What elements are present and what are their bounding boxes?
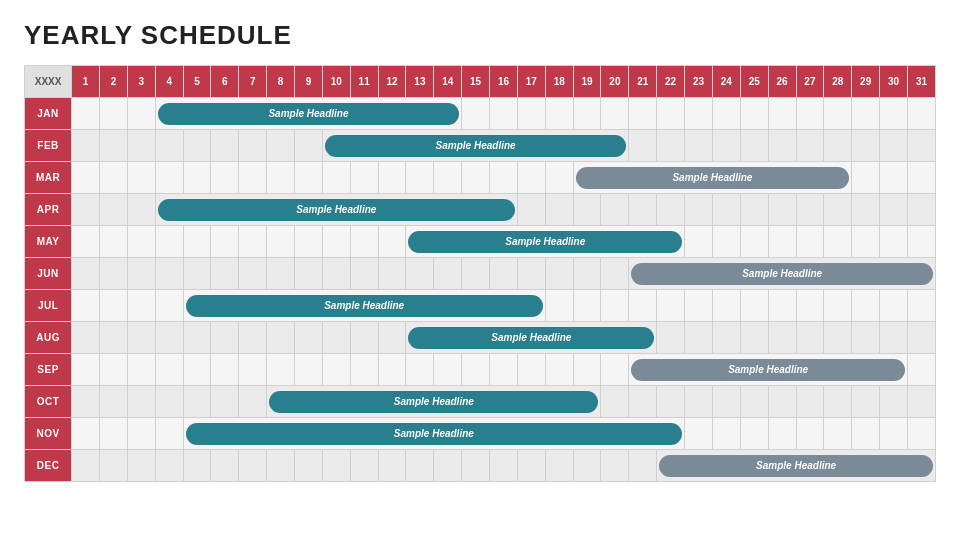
day-cell-feb-1 — [72, 130, 100, 162]
day-cell-apr-18 — [545, 194, 573, 226]
bar-label-jun: Sample Headline — [631, 263, 933, 285]
day-cell-nov-25 — [740, 418, 768, 450]
day-cell-feb-22 — [657, 130, 685, 162]
day-cell-nov-3 — [127, 418, 155, 450]
day-cell-feb-28 — [824, 130, 852, 162]
day-3: 3 — [127, 66, 155, 98]
day-cell-jun-4 — [155, 258, 183, 290]
month-label-nov: NOV — [25, 418, 72, 450]
day-cell-feb-2 — [100, 130, 128, 162]
day-cell-dec-4 — [155, 450, 183, 482]
day-cell-oct-31 — [907, 386, 935, 418]
day-cell-feb-6 — [211, 130, 239, 162]
day-cell-jul-18 — [545, 290, 573, 322]
row-jul: JULSample Headline — [25, 290, 936, 322]
bar-oct: Sample Headline — [267, 386, 601, 418]
day-cell-nov-26 — [768, 418, 796, 450]
day-cell-mar-16 — [490, 162, 518, 194]
day-cell-nov-1 — [72, 418, 100, 450]
row-sep: SEPSample Headline — [25, 354, 936, 386]
bar-jun: Sample Headline — [629, 258, 936, 290]
day-cell-aug-5 — [183, 322, 211, 354]
day-cell-aug-12 — [378, 322, 406, 354]
day-cell-jan-30 — [880, 98, 908, 130]
day-cell-sep-13 — [406, 354, 434, 386]
day-cell-feb-23 — [685, 130, 713, 162]
day-cell-oct-25 — [740, 386, 768, 418]
day-cell-aug-29 — [852, 322, 880, 354]
day-31: 31 — [907, 66, 935, 98]
day-cell-mar-17 — [517, 162, 545, 194]
day-cell-oct-22 — [657, 386, 685, 418]
day-cell-dec-12 — [378, 450, 406, 482]
row-jun: JUNSample Headline — [25, 258, 936, 290]
bar-jul: Sample Headline — [183, 290, 545, 322]
day-cell-dec-7 — [239, 450, 267, 482]
day-cell-jul-3 — [127, 290, 155, 322]
day-cell-jun-2 — [100, 258, 128, 290]
day-cell-apr-31 — [907, 194, 935, 226]
day-cell-may-9 — [295, 226, 323, 258]
day-cell-jul-20 — [601, 290, 629, 322]
day-cell-jul-23 — [685, 290, 713, 322]
day-cell-jul-2 — [100, 290, 128, 322]
day-cell-jun-20 — [601, 258, 629, 290]
day-cell-sep-2 — [100, 354, 128, 386]
day-cell-jun-6 — [211, 258, 239, 290]
day-cell-sep-10 — [322, 354, 350, 386]
day-cell-jun-1 — [72, 258, 100, 290]
day-cell-jul-4 — [155, 290, 183, 322]
day-cell-jan-20 — [601, 98, 629, 130]
day-cell-apr-25 — [740, 194, 768, 226]
day-cell-aug-24 — [712, 322, 740, 354]
day-cell-apr-23 — [685, 194, 713, 226]
day-25: 25 — [740, 66, 768, 98]
month-label-jun: JUN — [25, 258, 72, 290]
day-cell-dec-11 — [350, 450, 378, 482]
day-cell-jul-19 — [573, 290, 601, 322]
day-cell-may-26 — [768, 226, 796, 258]
day-cell-sep-15 — [462, 354, 490, 386]
day-17: 17 — [517, 66, 545, 98]
day-cell-apr-26 — [768, 194, 796, 226]
day-cell-jun-7 — [239, 258, 267, 290]
day-cell-feb-5 — [183, 130, 211, 162]
day-cell-feb-26 — [768, 130, 796, 162]
day-30: 30 — [880, 66, 908, 98]
day-cell-mar-10 — [322, 162, 350, 194]
day-cell-jun-16 — [490, 258, 518, 290]
day-cell-jan-29 — [852, 98, 880, 130]
day-7: 7 — [239, 66, 267, 98]
day-cell-dec-2 — [100, 450, 128, 482]
day-cell-jan-3 — [127, 98, 155, 130]
day-cell-dec-14 — [434, 450, 462, 482]
day-cell-jun-11 — [350, 258, 378, 290]
day-cell-nov-2 — [100, 418, 128, 450]
day-14: 14 — [434, 66, 462, 98]
day-cell-jun-15 — [462, 258, 490, 290]
month-label-sep: SEP — [25, 354, 72, 386]
day-cell-oct-30 — [880, 386, 908, 418]
day-10: 10 — [322, 66, 350, 98]
month-label-may: MAY — [25, 226, 72, 258]
month-label-jan: JAN — [25, 98, 72, 130]
day-cell-sep-3 — [127, 354, 155, 386]
day-cell-aug-31 — [907, 322, 935, 354]
day-cell-oct-3 — [127, 386, 155, 418]
day-26: 26 — [768, 66, 796, 98]
day-cell-feb-30 — [880, 130, 908, 162]
bar-label-apr: Sample Headline — [158, 199, 515, 221]
bar-label-oct: Sample Headline — [269, 391, 598, 413]
day-cell-may-1 — [72, 226, 100, 258]
day-4: 4 — [155, 66, 183, 98]
row-may: MAYSample Headline — [25, 226, 936, 258]
day-cell-may-4 — [155, 226, 183, 258]
day-cell-jun-8 — [267, 258, 295, 290]
month-label-dec: DEC — [25, 450, 72, 482]
day-cell-sep-1 — [72, 354, 100, 386]
day-cell-jun-17 — [517, 258, 545, 290]
bar-label-jul: Sample Headline — [186, 295, 543, 317]
day-cell-aug-3 — [127, 322, 155, 354]
day-cell-apr-22 — [657, 194, 685, 226]
day-cell-may-12 — [378, 226, 406, 258]
